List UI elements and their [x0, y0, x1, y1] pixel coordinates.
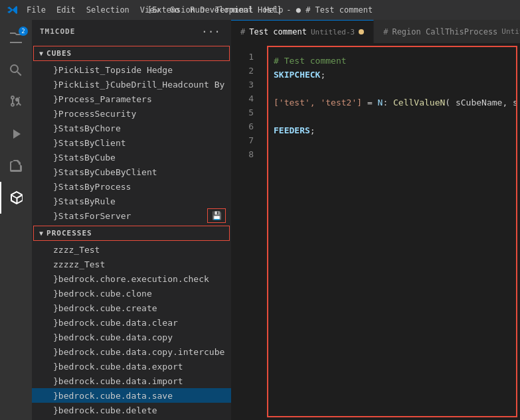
menu-selection[interactable]: Selection	[82, 4, 133, 16]
tree-item[interactable]: }bedrock.cube.data.save	[32, 388, 231, 403]
line-numbers: 12345678	[231, 43, 264, 420]
menu-file[interactable]: File	[23, 4, 50, 16]
code-line: SKIPCHECK;	[268, 68, 516, 82]
cubes-chevron-icon: ▼	[39, 50, 44, 57]
tree-item[interactable]: }bedrock.cube.data.clear	[32, 315, 231, 330]
code-line	[268, 109, 516, 123]
code-line	[268, 151, 516, 165]
cubes-section-header[interactable]: ▼ CUBES	[33, 46, 230, 61]
tab-test-comment[interactable]: # Test comment Untitled-3	[231, 20, 374, 43]
tree-item[interactable]: }bedrock.chore.execution.check	[32, 271, 231, 286]
tree-item[interactable]: }StatsForServer💾	[32, 208, 231, 223]
tab-callthisprocess-label: Region CallThisProcess	[392, 27, 497, 36]
tree-item[interactable]: }bedrock.cube.data.copy.intercube	[32, 344, 231, 359]
tree-item[interactable]: }StatsByCubeByClient	[32, 165, 231, 179]
tab-callthisprocess[interactable]: # Region CallThisProcess Untitled-2	[374, 20, 520, 43]
tab-test-comment-label: Test comment	[249, 27, 307, 36]
title-bar: File Edit Selection View Go Run Terminal…	[0, 0, 520, 20]
cubes-tree: }PickList_Topside Hedge}PickList_}CubeDr…	[32, 62, 231, 223]
sidebar: TM1CODE ··· ▼ CUBES }PickList_Topside He…	[32, 20, 231, 420]
tree-item[interactable]: }bedrock.cube.data.import	[32, 374, 231, 388]
sidebar-header: TM1CODE ···	[32, 20, 231, 43]
cubes-label: CUBES	[46, 49, 72, 58]
tab-filename-1: Untitled-3	[311, 28, 355, 36]
tree-item[interactable]: }StatsByRule	[32, 194, 231, 208]
tree-item[interactable]: zzzzz_Test	[32, 257, 231, 271]
tree-item[interactable]: }StatsByCube	[32, 150, 231, 165]
search-icon	[8, 62, 24, 78]
tree-item[interactable]: }bedrock.cube.create	[32, 301, 231, 315]
vscode-logo-icon	[7, 5, 17, 15]
cube-icon	[9, 190, 25, 206]
extensions-icon	[8, 158, 24, 174]
tree-item[interactable]: }bedrock.cube.delete	[32, 403, 231, 417]
activity-source-control[interactable]	[0, 86, 32, 118]
code-line: FEEDERS;	[268, 123, 516, 137]
processes-tree: zzzz_Testzzzzz_Test}bedrock.chore.execut…	[32, 242, 231, 420]
processes-chevron-icon: ▼	[39, 230, 44, 237]
code-line: # Test comment	[268, 54, 516, 68]
code-editor[interactable]: # Test commentSKIPCHECK;['test', 'test2'…	[267, 46, 517, 417]
source-control-icon	[8, 94, 24, 110]
tab-region-label: #	[383, 27, 388, 36]
editor-content: 12345678 # Test commentSKIPCHECK;['test'…	[231, 43, 520, 420]
processes-label: PROCESSES	[46, 229, 92, 238]
save-icon[interactable]: 💾	[207, 208, 226, 223]
code-line: ['test', 'test2'] = N: CellValueN( sCube…	[268, 96, 516, 109]
activity-tm1[interactable]	[0, 182, 32, 214]
activity-run[interactable]	[0, 118, 32, 150]
sidebar-title: TM1CODE	[40, 27, 75, 36]
tab-bar: # Test comment Untitled-3 # Region CallT…	[231, 20, 520, 43]
sidebar-content: ▼ CUBES }PickList_Topside Hedge}PickList…	[32, 43, 231, 420]
tree-item[interactable]: }StatsByProcess	[32, 179, 231, 194]
code-line	[268, 82, 516, 96]
tab-filename-2: Untitled-2	[501, 27, 520, 36]
processes-section-header[interactable]: ▼ PROCESSES	[33, 226, 230, 241]
code-line	[268, 137, 516, 151]
tree-item[interactable]: }PickList_}CubeDrill_Headcount By ...	[32, 77, 231, 92]
run-icon	[8, 126, 24, 142]
activity-extensions[interactable]	[0, 150, 32, 182]
tree-item[interactable]: }bedrock.cube.data.export	[32, 359, 231, 374]
badge: 2	[19, 27, 28, 36]
main-container: 2	[0, 20, 520, 420]
activity-explorer[interactable]: 2	[0, 23, 32, 54]
tree-item[interactable]: }Process_Parameters	[32, 92, 231, 106]
tree-item[interactable]: }bedrock.cube.clone	[32, 286, 231, 301]
editor-area: # Test comment Untitled-3 # Region CallT…	[231, 20, 520, 420]
tree-item[interactable]: }PickList_Topside Hedge	[32, 62, 231, 77]
title-bar-center: [Extension Development Host] - ● # Test …	[147, 5, 373, 15]
activity-search[interactable]	[0, 54, 32, 86]
tree-item[interactable]: }ProcessSecurity	[32, 106, 231, 121]
tree-item[interactable]: }bedrock.cube.dimension.add	[32, 417, 231, 420]
tree-item[interactable]: }StatsByChore	[32, 121, 231, 135]
tab-hash-1: #	[240, 27, 245, 36]
tree-item[interactable]: }bedrock.cube.data.copy	[32, 330, 231, 344]
tree-item[interactable]: zzzz_Test	[32, 242, 231, 257]
sidebar-more-btn[interactable]: ···	[199, 24, 223, 39]
tree-item[interactable]: }StatsByClient	[32, 135, 231, 150]
tab-modified-dot-1	[359, 29, 364, 35]
sidebar-actions: ···	[199, 24, 223, 39]
menu-edit[interactable]: Edit	[52, 4, 80, 16]
activity-bar: 2	[0, 20, 32, 420]
